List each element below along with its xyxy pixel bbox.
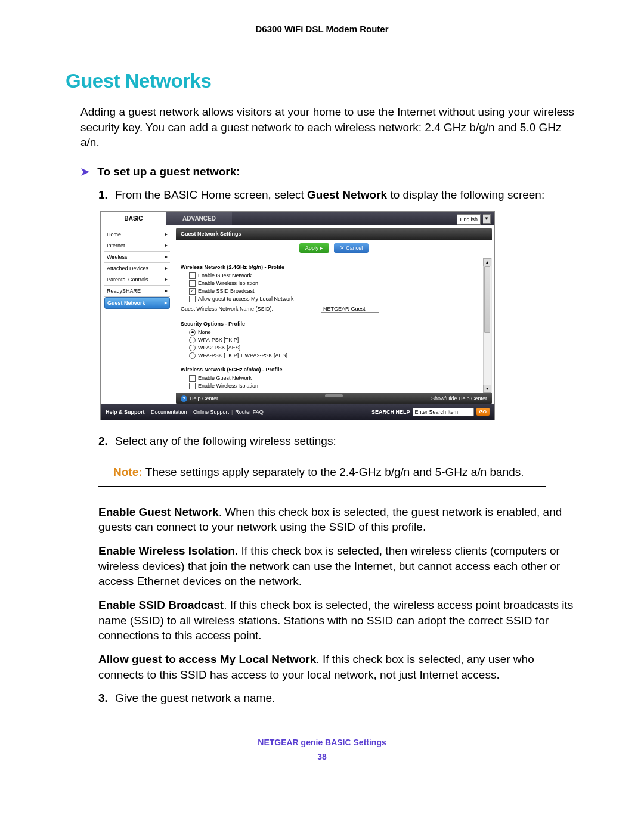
checkbox-enable-isolation[interactable]: Enable Wireless Isolation (189, 280, 479, 287)
sidebar-item-readyshare[interactable]: ReadySHARE▸ (104, 286, 170, 297)
checkbox-icon (189, 280, 196, 287)
router-faq-link[interactable]: Router FAQ (235, 409, 264, 415)
checkbox-enable-ssid[interactable]: Enable SSID Broadcast (189, 288, 479, 295)
radio-icon (189, 352, 196, 359)
scroll-down-icon[interactable]: ▾ (483, 385, 491, 393)
note-text: These settings apply separately to the 2… (145, 466, 524, 478)
sidebar-item-wireless[interactable]: Wireless▸ (104, 252, 170, 263)
note-block: Note: These settings apply separately to… (113, 465, 546, 480)
checkbox-icon (189, 375, 196, 382)
detail-enable-ssid: Enable SSID Broadcast. If this check box… (98, 597, 578, 643)
note-label: Note: (113, 466, 145, 478)
procedure-lead-text: To set up a guest network: (97, 165, 240, 178)
sidebar-item-internet[interactable]: Internet▸ (104, 240, 170, 252)
intro-paragraph: Adding a guest network allows visitors a… (80, 104, 578, 150)
checkbox-label: Enable Guest Network (198, 375, 252, 381)
help-center-bar[interactable]: ?Help Center Show/Hide Help Center (176, 393, 492, 404)
caret-right-icon: ▸ (165, 288, 168, 293)
radio-label: WPA-PSK [TKIP] + WPA2-PSK [AES] (198, 352, 287, 358)
radio-none[interactable]: None (189, 329, 479, 336)
scrollbar[interactable] (483, 266, 491, 385)
detail-allow-local: Allow guest to access My Local Network. … (98, 652, 578, 682)
radio-label: None (198, 329, 211, 335)
step-1-bold: Guest Network (307, 188, 387, 201)
section-security-title: Security Options - Profile (181, 317, 479, 327)
go-button[interactable]: GO (476, 408, 490, 416)
detail-label: Allow guest to access My Local Network (98, 653, 316, 665)
radio-icon (189, 345, 196, 351)
checkbox-label: Allow guest to access My Local Network (198, 296, 294, 302)
checkbox-label: Enable Wireless Isolation (198, 383, 258, 389)
radio-wpa2-psk[interactable]: WPA2-PSK [AES] (189, 345, 479, 351)
radio-label: WPA2-PSK [AES] (198, 345, 240, 351)
section-title: Guest Networks (66, 70, 578, 92)
checkbox-allow-local[interactable]: Allow guest to access My Local Network (189, 296, 479, 302)
radio-wpa-psk[interactable]: WPA-PSK [TKIP] (189, 337, 479, 343)
detail-enable-isolation: Enable Wireless Isolation. If this check… (98, 543, 578, 589)
step-1: 1. From the BASIC Home screen, select Gu… (98, 187, 578, 203)
checkbox-icon (189, 288, 196, 295)
checkbox-label: Enable SSID Broadcast (198, 288, 255, 294)
sidebar-item-parental-controls[interactable]: Parental Controls▸ (104, 274, 170, 286)
step-2-number: 2. (98, 433, 115, 449)
sidebar-item-label: ReadySHARE (107, 288, 141, 294)
sidebar-item-label: Parental Controls (107, 277, 148, 283)
step-1-text-c: to display the following screen: (387, 188, 544, 201)
section-24ghz-title: Wireless Network (2.4GHz b/g/n) - Profil… (181, 264, 479, 270)
scroll-thumb[interactable] (484, 266, 490, 333)
section-5ghz-title: Wireless Network (5GHz a/n/ac) - Profile (181, 363, 479, 373)
settings-scroll-area: ▴ ▾ Wireless Network (2.4GHz b/g/n) - Pr… (176, 258, 492, 393)
step-2-text: Select any of the following wireless set… (115, 433, 578, 449)
sidebar-item-label: Internet (107, 243, 125, 249)
button-row: Apply ▸ ✕ Cancel (176, 240, 492, 258)
checkbox-enable-guest[interactable]: Enable Guest Network (189, 272, 479, 279)
tab-basic[interactable]: BASIC (101, 212, 166, 225)
sidebar-item-attached-devices[interactable]: Attached Devices▸ (104, 263, 170, 274)
caret-right-icon: ▸ (165, 277, 168, 282)
language-select[interactable]: English (457, 214, 481, 225)
sidebar-item-guest-network[interactable]: Guest Network▸ (104, 297, 170, 309)
caret-right-icon: ▸ (165, 243, 168, 248)
checkbox-icon (189, 383, 196, 389)
procedure-lead: ➤ To set up a guest network: (80, 165, 578, 178)
show-hide-help-link[interactable]: Show/Hide Help Center (431, 395, 487, 401)
doc-link[interactable]: Documentation (151, 409, 187, 415)
sidebar-item-home[interactable]: Home▸ (104, 229, 170, 240)
checkbox-enable-guest-5g[interactable]: Enable Guest Network (189, 375, 479, 382)
apply-button[interactable]: Apply ▸ (299, 243, 329, 253)
sidebar-item-label: Guest Network (107, 300, 145, 306)
help-support-label: Help & Support (106, 409, 145, 415)
panel-title: Guest Network Settings (176, 228, 492, 240)
page-number: 38 (66, 752, 578, 761)
radio-label: WPA-PSK [TKIP] (198, 337, 239, 343)
ssid-input[interactable]: NETGEAR-Guest (321, 305, 379, 313)
step-1-number: 1. (98, 187, 115, 203)
detail-label: Enable Wireless Isolation (98, 544, 235, 557)
detail-label: Enable SSID Broadcast (98, 599, 224, 611)
footer-bar: Help & Support Documentation| Online Sup… (101, 404, 494, 420)
cancel-button[interactable]: ✕ Cancel (334, 243, 369, 253)
search-help-input[interactable]: Enter Search Item (413, 408, 474, 416)
radio-icon (189, 337, 196, 343)
tab-advanced[interactable]: ADVANCED (166, 212, 232, 225)
scroll-up-icon[interactable]: ▴ (483, 258, 491, 267)
step-3-text: Give the guest network a name. (115, 690, 578, 706)
step-3: 3. Give the guest network a name. (98, 690, 578, 706)
checkbox-enable-isolation-5g[interactable]: Enable Wireless Isolation (189, 383, 479, 389)
footer-title: NETGEAR genie BASIC Settings (66, 738, 578, 747)
sidebar: Home▸ Internet▸ Wireless▸ Attached Devic… (101, 225, 174, 404)
online-support-link[interactable]: Online Support (193, 409, 229, 415)
chevron-down-icon[interactable]: ▼ (483, 214, 491, 224)
checkbox-icon (189, 272, 196, 279)
caret-right-icon: ▸ (165, 265, 168, 271)
note-rule-bottom (98, 486, 546, 487)
detail-label: Enable Guest Network (98, 506, 219, 518)
radio-wpa-wpa2-psk[interactable]: WPA-PSK [TKIP] + WPA2-PSK [AES] (189, 352, 479, 359)
radio-icon (189, 329, 196, 336)
grip-icon[interactable] (325, 394, 343, 397)
search-help-label: SEARCH HELP (371, 409, 410, 415)
page-footer: NETGEAR genie BASIC Settings 38 (66, 738, 578, 761)
help-center-label: Help Center (190, 395, 218, 401)
router-ui-screenshot: BASIC ADVANCED English ▼ Home▸ Internet▸… (100, 211, 495, 420)
step-1-text-a: From the BASIC Home screen, select (115, 188, 307, 201)
